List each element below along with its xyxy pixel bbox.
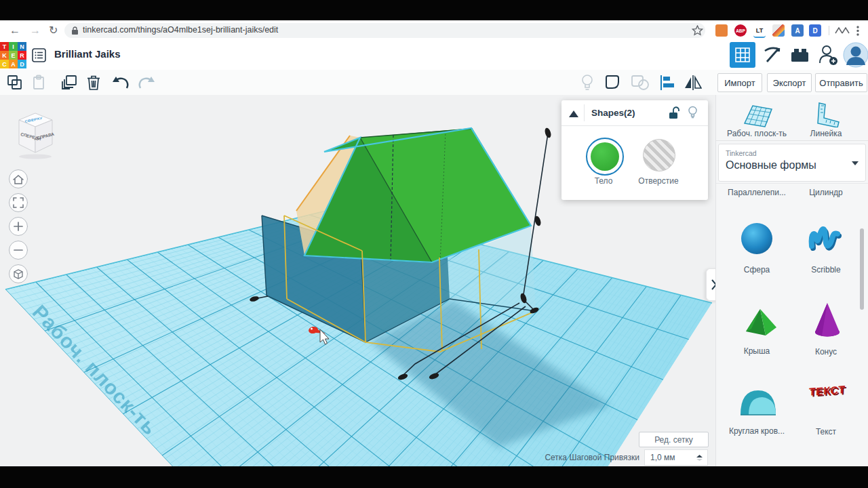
sidebar-scrollbar[interactable] [860,228,864,310]
paste-button[interactable] [30,73,48,92]
solid-color-option[interactable] [586,138,624,176]
design-title[interactable]: Brilliant Jaiks [54,48,121,60]
mirror-icon [684,75,702,91]
unlock-icon[interactable] [668,106,679,119]
shape-library-dropdown[interactable]: Tinkercad Основные формы [718,144,866,182]
lightbulb-icon [580,74,594,92]
back-button[interactable]: ← [9,20,20,41]
sidebar-item-workplane[interactable] [723,100,791,127]
bookmark-star-icon[interactable] [692,25,703,37]
edit-grid-button[interactable]: Ред. сетку [639,432,709,447]
duplicate-button[interactable] [60,73,78,92]
trash-icon [86,75,101,91]
perspective-toggle-button[interactable] [9,265,28,283]
edit-toolbar: Импорт Экспорт Отправить [0,70,868,96]
send-button[interactable]: Отправить [815,73,867,92]
paste-icon [31,75,47,91]
library-name: Основные формы [726,159,816,171]
logo-tile: A [9,60,18,68]
shape-library-sidebar: Рабоч. плоск-ть Линейка Tinkercad Основн… [715,95,868,466]
hole-option[interactable] [643,139,675,171]
design-menu-icon[interactable] [32,48,46,62]
adblock-label: ABP [736,28,745,33]
window-bottom-bar [0,466,868,488]
window-top-bar [0,0,868,20]
visibility-lightbulb-icon[interactable] [688,106,698,120]
browser-toolbar: ← → ↻ tinkercad.com/things/aO4mlbe1sej-b… [0,20,868,41]
extension-translate-icon[interactable]: A [791,24,804,37]
undo-icon [112,75,130,90]
extension-docs-icon[interactable]: D [809,24,821,37]
browser-menu-icon[interactable] [856,25,860,37]
sidebar-divider [716,140,868,141]
snap-grid-value: 1,0 мм [650,453,675,462]
extension-languagetool-icon[interactable]: LT [753,24,766,38]
logo-tile: R [18,51,26,60]
redo-button[interactable] [137,73,155,92]
shape-tile-scribble[interactable] [807,221,845,262]
ruler-icon [810,100,842,127]
docs-label: D [812,27,817,35]
ungroup-button[interactable] [631,73,649,92]
shapes-panel-title: Shapes(2) [591,108,635,118]
minecraft-export-button[interactable] [760,42,785,68]
snap-grid-select[interactable]: 1,0 мм [644,449,708,466]
extension-adblock-icon[interactable]: ABP [734,24,747,37]
show-all-button[interactable] [578,73,596,92]
ruler-label: Линейка [789,129,863,138]
align-icon [660,75,675,91]
zoom-out-button[interactable] [9,241,28,260]
forward-button[interactable]: → [30,20,41,41]
logo-tile: I [9,42,18,51]
mirror-button[interactable] [684,73,702,92]
logo-tile: T [0,42,9,51]
copy-icon [7,75,23,91]
shape-tile-cone[interactable] [808,300,846,342]
shape-tile-text[interactable]: ТЕКСТ [804,385,850,397]
shapes-panel-header: Shapes(2) [561,100,708,126]
logo-tile: C [0,60,9,68]
url-text: tinkercad.com/things/aO4mlbe1sej-brillia… [83,25,278,35]
delete-button[interactable] [84,73,102,92]
sidebar-item-ruler[interactable] [792,100,860,127]
shape-label-sphere: Сфера [719,265,794,274]
address-bar[interactable]: tinkercad.com/things/aO4mlbe1sej-brillia… [64,23,705,38]
tinkercad-logo[interactable]: T I N K E R C A D [0,42,26,68]
logo-tile: E [9,51,18,60]
shape-label-roof: Крыша [719,346,794,356]
reload-button[interactable]: ↻ [49,20,58,41]
align-button[interactable] [658,73,676,92]
extension-reading-list-icon[interactable] [715,24,728,37]
duplicate-icon [60,74,78,92]
reader-icon[interactable] [835,27,850,34]
shape-tile-round-roof[interactable] [736,381,778,420]
hole-label: Отверстие [628,176,689,186]
collapse-panel-icon[interactable] [569,110,578,117]
brick-export-button[interactable] [787,42,812,68]
redo-icon [138,75,155,90]
logo-tile: K [0,51,9,60]
zoom-in-button[interactable] [9,218,28,236]
group-button[interactable] [604,73,622,92]
import-button[interactable]: Импорт [717,73,762,92]
blocks-view-button[interactable] [730,42,755,68]
shape-label-cylinder[interactable]: Цилиндр [789,188,863,197]
copy-button[interactable] [5,73,24,92]
invite-button[interactable] [815,42,841,68]
export-button[interactable]: Экспорт [767,73,812,92]
library-brand: Tinkercad [726,149,757,157]
shape-tile-roof[interactable] [738,302,778,342]
text-shape-icon: ТЕКСТ [809,384,846,399]
solid-color-swatch [591,142,619,171]
shapes-inspector-panel: Shapes(2) Тело Отверстие [561,100,708,200]
avatar[interactable] [843,42,868,70]
shape-label-box[interactable]: Параллелепи... [719,188,794,197]
home-view-button[interactable] [9,170,28,188]
undo-button[interactable] [111,73,130,92]
roof-icon [738,302,778,340]
extension-photos-icon[interactable] [772,24,785,37]
lock-icon [71,26,79,35]
shape-tile-sphere[interactable] [738,220,776,260]
lego-brick-icon [789,46,810,64]
fit-view-button[interactable] [9,194,28,212]
